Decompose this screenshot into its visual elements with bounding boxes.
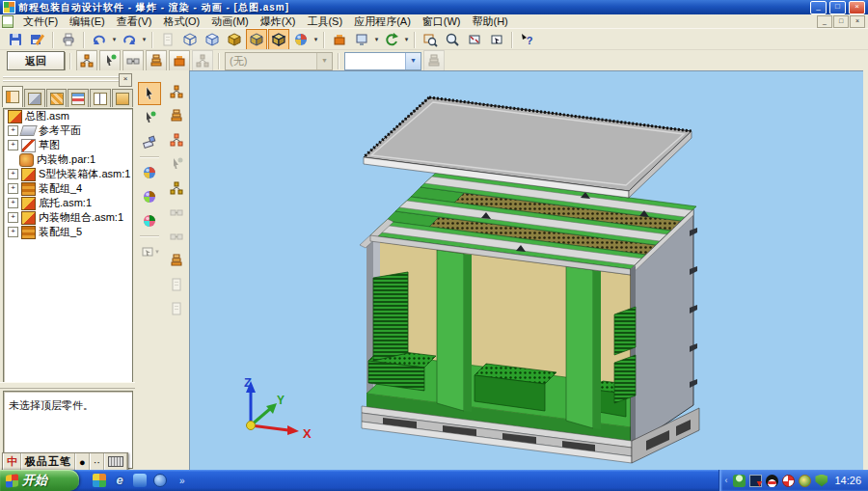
undo-dropdown-icon[interactable]: ▾ — [111, 36, 118, 43]
tree-label[interactable]: 装配组_5 — [39, 225, 82, 239]
pinwheel-tray-icon[interactable] — [782, 475, 795, 487]
menu-explode[interactable]: 爆炸(X) — [255, 14, 302, 28]
explode-component-button[interactable] — [99, 50, 121, 71]
collapse-button[interactable] — [169, 50, 190, 71]
ime-name[interactable]: 极品五笔 — [21, 453, 75, 470]
expand-icon[interactable]: + — [8, 169, 18, 179]
panel-grip[interactable]: × — [3, 76, 132, 84]
coin-tray-icon[interactable] — [799, 475, 811, 487]
expand-icon[interactable]: + — [8, 198, 18, 208]
menu-applications[interactable]: 应用程序(A) — [348, 14, 417, 28]
ime-keyboard-button[interactable] — [104, 453, 127, 470]
tree-row[interactable]: + 装配组_4 — [4, 181, 132, 196]
update-view-dropdown-icon[interactable]: ▾ — [403, 36, 410, 43]
tree-row[interactable]: + S型快装箱体.asm:1 — [4, 167, 132, 181]
shade-option-3-button[interactable] — [138, 209, 161, 232]
explode-order-button[interactable] — [165, 249, 188, 272]
menu-file[interactable]: 文件(F) — [17, 14, 64, 28]
context-help-button[interactable] — [517, 29, 538, 50]
expand-icon[interactable]: + — [8, 212, 18, 223]
configuration-dropdown[interactable]: ▼ — [344, 52, 421, 70]
ime-shape-toggle[interactable]: ● — [75, 453, 90, 470]
shaded-with-edges-view-button[interactable] — [268, 29, 289, 50]
globe-icon[interactable] — [153, 474, 167, 487]
menu-window[interactable]: 窗口(W) — [417, 14, 467, 28]
print-button[interactable] — [58, 29, 79, 50]
expand-icon[interactable]: + — [8, 183, 18, 194]
fit-view-button[interactable] — [464, 29, 485, 50]
wireframe-view-button[interactable] — [179, 29, 201, 50]
tree-label[interactable]: 内装物.par:1 — [37, 152, 95, 167]
restore-button[interactable]: □ — [829, 1, 846, 14]
tab-family[interactable] — [46, 89, 68, 107]
redo-dropdown-icon[interactable]: ▾ — [141, 36, 148, 43]
user-status-tray-icon[interactable] — [733, 475, 746, 487]
tab-sensors[interactable] — [90, 89, 111, 107]
tab-layers[interactable] — [68, 89, 89, 107]
tree-row[interactable]: 内装物.par:1 — [4, 152, 132, 167]
automatic-explode-button[interactable] — [165, 104, 188, 127]
auto-explode-button[interactable] — [76, 50, 97, 71]
tree-row-root[interactable]: 总图.asm — [4, 109, 132, 123]
tree-row[interactable]: + 参考平面 — [4, 123, 132, 138]
select-options-button[interactable] — [138, 106, 161, 129]
unexplode-button[interactable] — [165, 80, 188, 103]
expand-icon[interactable]: + — [8, 125, 18, 136]
tab-library[interactable] — [112, 89, 133, 107]
tree-label[interactable]: 装配组_4 — [39, 181, 82, 196]
solid-view-button[interactable] — [224, 29, 245, 50]
minimize-button[interactable]: _ — [810, 1, 827, 14]
update-view-button[interactable] — [381, 29, 402, 50]
menu-format[interactable]: 格式(O) — [157, 14, 205, 28]
hidden-edge-view-button[interactable] — [202, 29, 223, 50]
tree-label[interactable]: 草图 — [39, 138, 60, 152]
tree-label[interactable]: S型快装箱体.asm:1 — [39, 167, 130, 181]
menu-animation[interactable]: 动画(M) — [205, 14, 255, 28]
expand-icon[interactable]: + — [8, 140, 18, 150]
move-part-button[interactable] — [165, 177, 188, 200]
undo-button[interactable] — [89, 29, 110, 50]
ime-punctuation-toggle[interactable]: ·· — [90, 453, 104, 470]
qq-tray-icon[interactable] — [766, 475, 778, 487]
ime-bar[interactable]: 中 极品五笔 ● ·· — [2, 452, 128, 471]
overflow-chevron-icon[interactable]: » — [179, 476, 185, 486]
redo-button[interactable] — [119, 29, 140, 50]
render-mode-button[interactable] — [290, 29, 312, 50]
shield-tray-icon[interactable] — [815, 475, 827, 487]
menu-help[interactable]: 帮助(H) — [467, 14, 514, 28]
menu-tools[interactable]: 工具(S) — [301, 14, 348, 28]
tree-row[interactable]: + 草图 — [4, 138, 132, 152]
previous-view-button[interactable] — [486, 29, 507, 50]
tree-row[interactable]: + 内装物组合.asm:1 — [4, 210, 132, 225]
network-offline-tray-icon[interactable] — [749, 475, 762, 487]
document-icon[interactable] — [2, 15, 14, 28]
zoom-button[interactable] — [442, 29, 463, 50]
tree-label[interactable]: 内装物组合.asm:1 — [39, 210, 123, 225]
display-settings-dropdown-icon[interactable]: ▾ — [373, 36, 380, 43]
save-as-button[interactable] — [27, 29, 48, 50]
3d-viewport[interactable]: Z Y X — [189, 70, 863, 471]
lid-panel[interactable] — [364, 97, 692, 198]
expand-icon[interactable]: + — [8, 227, 18, 237]
move-exploded-part-button[interactable] — [146, 50, 167, 71]
shade-option-2-button[interactable] — [138, 185, 161, 208]
tree-label[interactable]: 底托.asm:1 — [39, 196, 92, 210]
erase-button[interactable] — [138, 130, 161, 153]
explode-tool-button[interactable] — [329, 29, 350, 50]
render-mode-dropdown-icon[interactable]: ▾ — [312, 36, 319, 43]
start-button[interactable]: 开始 — [0, 470, 79, 491]
configuration-value[interactable] — [345, 53, 405, 69]
panel-close-icon[interactable]: × — [119, 73, 132, 87]
chevron-down-icon[interactable]: ▼ — [405, 53, 420, 69]
messenger-icon[interactable] — [133, 474, 147, 487]
menu-view[interactable]: 查看(V) — [111, 14, 158, 28]
crate-model-canvas[interactable]: Z Y X — [190, 71, 863, 471]
internet-explorer-icon[interactable]: e — [113, 474, 126, 487]
ime-language-indicator[interactable]: 中 — [3, 453, 21, 470]
tab-parts-library[interactable] — [24, 89, 45, 107]
save-button[interactable] — [5, 29, 26, 50]
explode-part-button[interactable] — [165, 128, 188, 151]
close-button[interactable]: × — [849, 1, 865, 14]
select-tool-button[interactable] — [138, 82, 161, 105]
tree-row[interactable]: + 装配组_5 — [4, 225, 132, 239]
